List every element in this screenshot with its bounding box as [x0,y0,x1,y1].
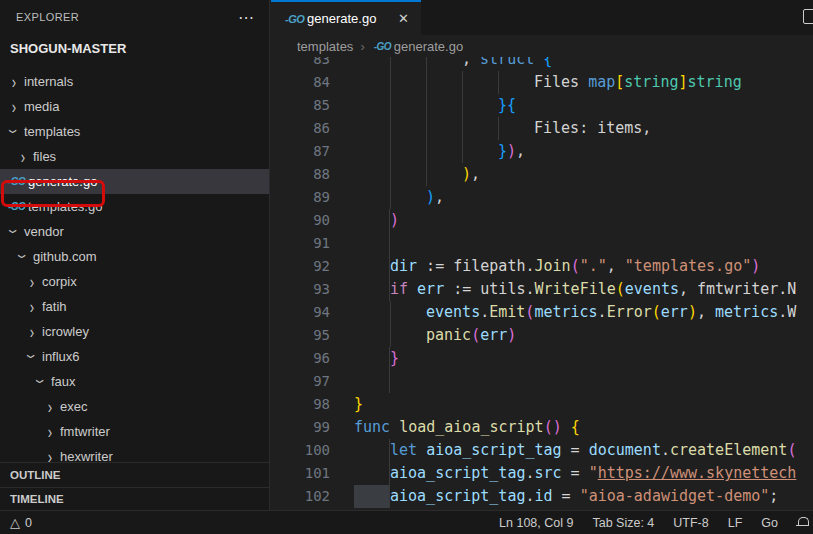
tree-item-label: faux [49,374,76,389]
line-number: 86 [271,117,330,140]
code-line-91[interactable]: 91 [271,232,813,255]
tab-label: generate.go [307,11,394,26]
status-item-utf-8[interactable]: UTF-8 [673,516,708,530]
code-line-85[interactable]: 85}{ [271,94,813,117]
tree-item-label: fatih [40,299,67,314]
code-line-84[interactable]: 84Files map[string]string [271,71,813,94]
timeline-section-header[interactable]: TIMELINE [0,487,269,510]
explorer-header: EXPLORER ⋯ [0,0,269,34]
chevron-right-icon: › [15,146,31,167]
code-text: panic(err) [354,324,516,347]
tree-item-fatih[interactable]: ›fatih [0,294,269,319]
line-number: 96 [271,347,330,370]
outline-section-header[interactable]: OUTLINE [0,462,269,487]
tree-item-icrowley[interactable]: ›icrowley [0,319,269,344]
line-number: 101 [271,462,330,485]
tree-item-exec[interactable]: ›exec [0,394,269,419]
tree-item-label: icrowley [40,324,89,339]
tree-item-files[interactable]: ›files [0,144,269,169]
status-item-tab[interactable]: Tab Size: 4 [592,516,654,530]
notifications-bell-icon[interactable] [797,517,809,529]
more-actions-icon[interactable]: ⋯ [238,8,255,27]
line-number: 99 [271,416,330,439]
tree-item-hexwriter[interactable]: ›hexwriter [0,444,269,462]
code-line-94[interactable]: 94events.Emit(metrics.Error(err), metric… [271,301,813,324]
code-line-87[interactable]: 87}), [271,140,813,163]
tree-item-internals[interactable]: ›internals [0,69,269,94]
warning-count: 0 [25,516,32,530]
code-text: dir := filepath.Join(".", "templates.go"… [354,255,760,278]
code-line-97[interactable]: 97 [271,370,813,393]
line-number: 89 [271,186,330,209]
code-line-88[interactable]: 88), [271,163,813,186]
line-number: 91 [271,232,330,255]
code-text: Files: items, [354,117,651,140]
code-line-93[interactable]: 93if err := utils.WriteFile(events, fmtw… [271,278,813,301]
chevron-down-icon: › [22,349,43,365]
tree-item-label: influx6 [40,349,80,364]
line-number: 90 [271,209,330,232]
line-number: 102 [271,485,330,508]
tree-item-fmtwriter[interactable]: ›fmtwriter [0,419,269,444]
tree-item-faux[interactable]: ›faux [0,369,269,394]
breadcrumb-folder[interactable]: templates [297,39,353,54]
chevron-down-icon: › [4,224,25,240]
code-line-96[interactable]: 96} [271,347,813,370]
breadcrumb-file[interactable]: generate.go [394,39,463,54]
code-line-101[interactable]: 101aioa_script_tag.src = "https://www.sk… [271,462,813,485]
code-line-89[interactable]: 89), [271,186,813,209]
go-file-icon: -GO [372,41,394,52]
warning-icon: △︎ [10,515,20,530]
chevron-right-icon: › [42,446,58,462]
tree-item-influx6[interactable]: ›influx6 [0,344,269,369]
code-line-100[interactable]: 100let aioa_script_tag = document.create… [271,439,813,462]
line-number: 94 [271,301,330,324]
line-number: 87 [271,140,330,163]
code-line-83[interactable]: 83, struct { [271,57,813,71]
tree-item-generate-go[interactable]: -GOgenerate.go [0,169,269,194]
tree-item-label: generate.go [26,174,97,189]
tree-item-media[interactable]: ›media [0,94,269,119]
code-line-95[interactable]: 95panic(err) [271,324,813,347]
code-line-102[interactable]: 102aioa_script_tag.id = "aioa-adawidget-… [271,485,813,508]
status-item-ln[interactable]: Ln 108, Col 9 [499,516,573,530]
code-text [354,232,390,255]
line-number: 84 [271,71,330,94]
code-line-90[interactable]: 90) [271,209,813,232]
line-number: 97 [271,370,330,393]
tree-item-templates[interactable]: ›templates [0,119,269,144]
code-text: ) [354,209,399,232]
tree-item-label: exec [58,399,87,414]
code-text: }{ [354,94,516,117]
chevron-down-icon: › [13,249,34,265]
tab-generate-go[interactable]: -GO generate.go ✕ [271,0,421,35]
tree-item-templates-go[interactable]: -GOtemplates.go [0,194,269,219]
status-item-lf[interactable]: LF [728,516,743,530]
tree-item-vendor[interactable]: ›vendor [0,219,269,244]
tab-close-icon[interactable]: ✕ [394,9,413,28]
code-text [354,370,390,393]
tree-item-label: files [31,149,56,164]
code-text: let aioa_script_tag = document.createEle… [354,439,796,462]
chevron-down-icon: › [31,374,52,390]
project-root-label[interactable]: SHOGUN-MASTER [0,34,269,62]
code-text: aioa_script_tag.id = "aioa-adawidget-dem… [354,485,778,508]
breadcrumb-separator: › [360,39,364,54]
tree-item-github-com[interactable]: ›github.com [0,244,269,269]
code-line-98[interactable]: 98} [271,393,813,416]
status-right-items: Ln 108, Col 9Tab Size: 4UTF-8LFGo [499,516,809,530]
tree-item-corpix[interactable]: ›corpix [0,269,269,294]
code-line-86[interactable]: 86Files: items, [271,117,813,140]
code-text: if err := utils.WriteFile(events, fmtwri… [354,278,796,301]
problems-indicator[interactable]: △︎ 0 [10,515,32,530]
split-editor-icon[interactable] [803,9,813,24]
tree-item-label: templates.go [26,199,102,214]
code-text: } [354,347,399,370]
code-text: aioa_script_tag.src = "https://www.skyne… [354,462,796,485]
status-item-go[interactable]: Go [761,516,778,530]
code-editor[interactable]: 83, struct {84Files map[string]string85}… [271,57,813,510]
code-line-99[interactable]: 99func load_aioa_script() { [271,416,813,439]
tree-item-label: internals [22,74,73,89]
code-line-92[interactable]: 92dir := filepath.Join(".", "templates.g… [271,255,813,278]
go-file-icon: -GO [6,176,26,187]
